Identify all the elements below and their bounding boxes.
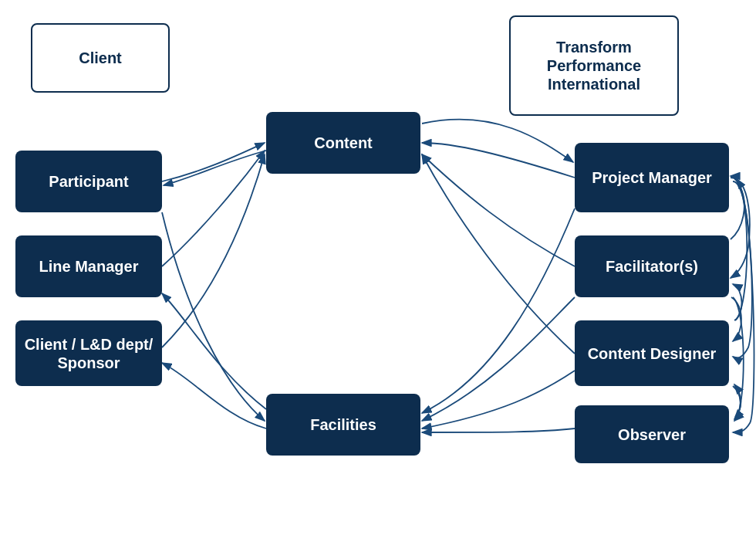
- participant-label: Participant: [49, 172, 128, 191]
- facilitators-label: Facilitator(s): [606, 257, 698, 276]
- observer-label: Observer: [618, 425, 686, 444]
- line-manager-box: Line Manager: [15, 235, 162, 297]
- content-designer-box: Content Designer: [575, 320, 729, 386]
- participant-box: Participant: [15, 151, 162, 212]
- observer-box: Observer: [575, 405, 729, 463]
- content-designer-label: Content Designer: [588, 344, 717, 363]
- project-manager-label: Project Manager: [592, 168, 712, 187]
- content-box: Content: [266, 112, 420, 174]
- tpi-label: Transform Performance International: [511, 38, 677, 93]
- tpi-box: Transform Performance International: [509, 15, 679, 116]
- line-manager-label: Line Manager: [39, 257, 139, 276]
- client-label: Client: [79, 49, 122, 67]
- facilities-box: Facilities: [266, 394, 420, 456]
- client-box: Client: [31, 23, 170, 93]
- client-ld-box: Client / L&D dept/ Sponsor: [15, 320, 162, 386]
- client-ld-label: Client / L&D dept/ Sponsor: [15, 335, 162, 372]
- content-label: Content: [314, 134, 373, 152]
- diagram-container: Client Transform Performance Internation…: [0, 0, 756, 542]
- facilities-label: Facilities: [310, 415, 376, 434]
- project-manager-box: Project Manager: [575, 143, 729, 212]
- facilitators-box: Facilitator(s): [575, 235, 729, 297]
